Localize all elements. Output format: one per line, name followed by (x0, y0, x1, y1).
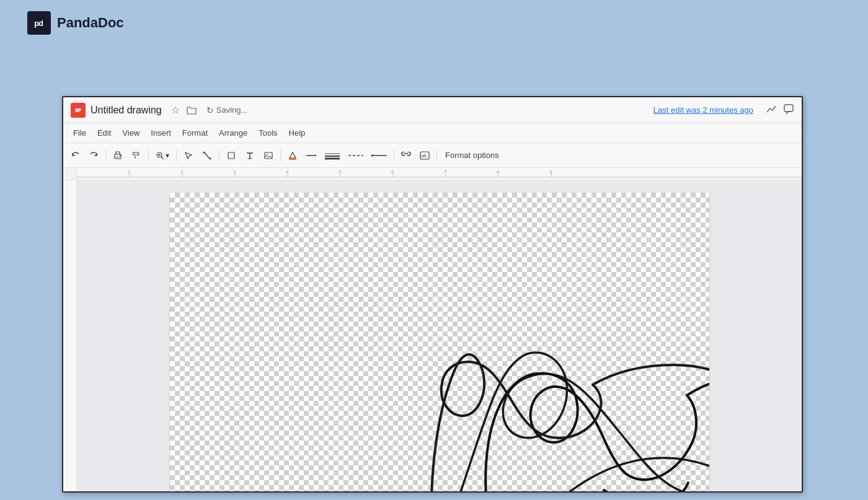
canvas-area (63, 180, 802, 491)
svg-marker-19 (315, 154, 316, 157)
menu-format[interactable]: Format (177, 126, 213, 140)
undo-redo-group (67, 147, 102, 164)
link-button[interactable] (397, 147, 415, 164)
svg-text:pd: pd (34, 19, 43, 28)
menu-help[interactable]: Help (284, 126, 311, 140)
svg-rect-14 (228, 152, 234, 159)
svg-text:3: 3 (233, 169, 236, 175)
saving-icon: ↻ (206, 105, 214, 115)
sep4 (219, 149, 219, 162)
svg-rect-7 (135, 156, 136, 159)
svg-text:6: 6 (391, 169, 394, 175)
undo-button[interactable] (67, 147, 84, 164)
doc-icon (71, 103, 86, 118)
zoom-control[interactable]: ▾ (152, 147, 173, 164)
sep6 (394, 149, 394, 162)
vertical-ruler (63, 180, 77, 491)
zoom-value: ▾ (166, 151, 169, 160)
print-button[interactable] (109, 147, 126, 164)
svg-text:2: 2 (180, 169, 184, 175)
svg-text:9: 9 (549, 169, 552, 175)
ruler-corner (63, 168, 77, 180)
document-title: Untitled drawing (91, 105, 162, 116)
star-icon[interactable]: ☆ (169, 104, 182, 116)
select-tool[interactable] (180, 147, 197, 164)
comment-icon[interactable] (783, 103, 794, 117)
last-edit-text[interactable]: Last edit was 2 minutes ago (653, 105, 753, 115)
pandadoc-logo: pd PandaDoc (27, 11, 124, 35)
shape-tool[interactable] (223, 147, 240, 164)
dash-style-button[interactable] (345, 147, 367, 164)
menu-edit[interactable]: Edit (92, 126, 116, 140)
menu-view[interactable]: View (117, 126, 144, 140)
alt-text-button[interactable]: alt (416, 147, 433, 164)
saving-text: Saving... (216, 105, 248, 115)
pandadoc-logo-icon: pd (27, 11, 51, 35)
line-style-button[interactable] (303, 147, 320, 164)
menu-bar: File Edit View Insert Format Arrange Too… (63, 123, 802, 143)
ruler-horizontal: 1 2 3 4 5 6 7 8 (77, 168, 802, 180)
svg-rect-5 (116, 156, 120, 158)
menu-arrange[interactable]: Arrange (214, 126, 252, 140)
title-bar: Untitled drawing ☆ ↻ Saving... Last edit… (63, 97, 802, 123)
canvas-wrapper (77, 180, 802, 491)
menu-file[interactable]: File (68, 126, 91, 140)
toolbar: ▾ (63, 143, 802, 168)
drawing-canvas[interactable] (170, 193, 709, 491)
menu-insert[interactable]: Insert (146, 126, 176, 140)
svg-text:7: 7 (444, 169, 447, 175)
line-weight-button[interactable] (321, 147, 343, 164)
menu-tools[interactable]: Tools (254, 126, 282, 140)
svg-point-16 (267, 153, 268, 155)
pandadoc-logo-text: PandaDoc (57, 15, 124, 31)
svg-text:5: 5 (339, 169, 342, 175)
drawings-window: Untitled drawing ☆ ↻ Saving... Last edit… (62, 96, 803, 493)
sep1 (105, 149, 106, 162)
folder-icon[interactable] (185, 104, 198, 116)
svg-text:4: 4 (286, 169, 289, 175)
svg-text:1: 1 (128, 169, 131, 175)
paint-format-button[interactable] (128, 147, 145, 164)
sep7 (436, 149, 437, 162)
svg-line-9 (161, 157, 164, 159)
text-tool[interactable] (241, 147, 259, 164)
svg-point-12 (203, 151, 205, 153)
svg-point-13 (210, 157, 211, 159)
arrow-start-button[interactable] (368, 147, 391, 164)
line-tool[interactable] (198, 147, 216, 164)
saving-status: ↻ Saving... (206, 105, 248, 115)
sep3 (176, 149, 177, 162)
format-options-button[interactable]: Format options (440, 147, 504, 164)
pandadoc-header: pd PandaDoc (0, 0, 868, 81)
image-tool[interactable] (260, 147, 277, 164)
title-icons: ☆ (169, 104, 198, 116)
ruler-area: 1 2 3 4 5 6 7 8 (63, 168, 802, 180)
fill-color-button[interactable] (284, 147, 301, 164)
chart-icon[interactable] (766, 103, 777, 117)
svg-rect-3 (784, 105, 793, 112)
redo-button[interactable] (85, 147, 102, 164)
window-actions (766, 103, 794, 117)
svg-rect-17 (289, 159, 296, 160)
final-signature (170, 193, 709, 491)
svg-text:alt: alt (422, 154, 426, 158)
sep5 (280, 149, 281, 162)
sep2 (148, 149, 149, 162)
svg-point-6 (120, 155, 121, 156)
svg-marker-25 (371, 154, 374, 157)
svg-text:8: 8 (497, 169, 500, 175)
